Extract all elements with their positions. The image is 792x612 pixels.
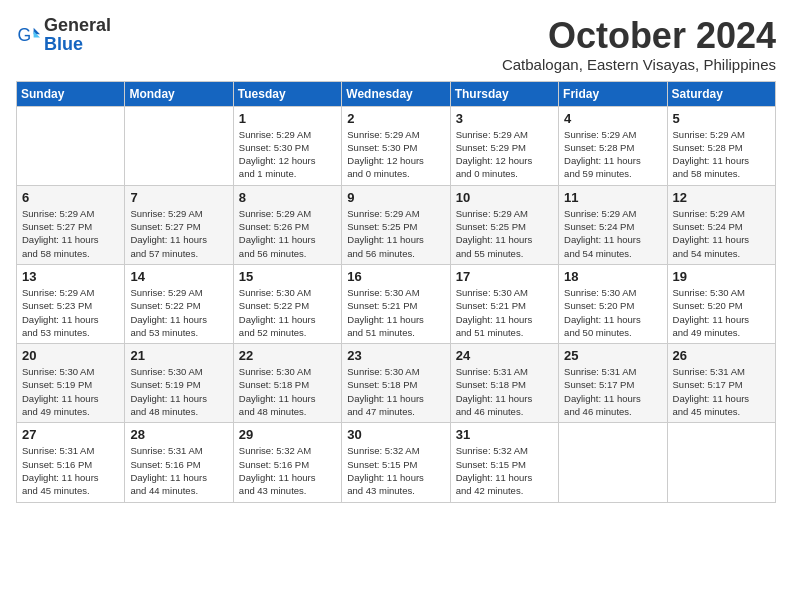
- calendar-cell: 31Sunrise: 5:32 AMSunset: 5:15 PMDayligh…: [450, 423, 558, 502]
- day-info: Sunrise: 5:32 AMSunset: 5:15 PMDaylight:…: [456, 444, 553, 497]
- calendar-cell: 13Sunrise: 5:29 AMSunset: 5:23 PMDayligh…: [17, 264, 125, 343]
- day-number: 12: [673, 190, 770, 205]
- logo: G General Blue: [16, 16, 111, 54]
- calendar-cell: 15Sunrise: 5:30 AMSunset: 5:22 PMDayligh…: [233, 264, 341, 343]
- day-number: 6: [22, 190, 119, 205]
- day-number: 21: [130, 348, 227, 363]
- day-number: 8: [239, 190, 336, 205]
- calendar-cell: 4Sunrise: 5:29 AMSunset: 5:28 PMDaylight…: [559, 106, 667, 185]
- day-number: 5: [673, 111, 770, 126]
- day-number: 27: [22, 427, 119, 442]
- calendar-cell: 30Sunrise: 5:32 AMSunset: 5:15 PMDayligh…: [342, 423, 450, 502]
- day-number: 26: [673, 348, 770, 363]
- calendar-cell: 12Sunrise: 5:29 AMSunset: 5:24 PMDayligh…: [667, 185, 775, 264]
- day-number: 31: [456, 427, 553, 442]
- day-info: Sunrise: 5:31 AMSunset: 5:16 PMDaylight:…: [22, 444, 119, 497]
- day-number: 3: [456, 111, 553, 126]
- day-info: Sunrise: 5:29 AMSunset: 5:24 PMDaylight:…: [564, 207, 661, 260]
- day-number: 29: [239, 427, 336, 442]
- calendar-cell: 24Sunrise: 5:31 AMSunset: 5:18 PMDayligh…: [450, 344, 558, 423]
- day-header-wednesday: Wednesday: [342, 81, 450, 106]
- calendar-cell: 28Sunrise: 5:31 AMSunset: 5:16 PMDayligh…: [125, 423, 233, 502]
- day-number: 30: [347, 427, 444, 442]
- day-header-monday: Monday: [125, 81, 233, 106]
- day-header-friday: Friday: [559, 81, 667, 106]
- logo-text-blue: Blue: [44, 34, 83, 54]
- day-number: 14: [130, 269, 227, 284]
- day-number: 25: [564, 348, 661, 363]
- day-info: Sunrise: 5:29 AMSunset: 5:24 PMDaylight:…: [673, 207, 770, 260]
- day-header-thursday: Thursday: [450, 81, 558, 106]
- calendar-cell: 27Sunrise: 5:31 AMSunset: 5:16 PMDayligh…: [17, 423, 125, 502]
- calendar-table: SundayMondayTuesdayWednesdayThursdayFrid…: [16, 81, 776, 503]
- day-info: Sunrise: 5:29 AMSunset: 5:28 PMDaylight:…: [564, 128, 661, 181]
- calendar-cell: 11Sunrise: 5:29 AMSunset: 5:24 PMDayligh…: [559, 185, 667, 264]
- calendar-cell: 16Sunrise: 5:30 AMSunset: 5:21 PMDayligh…: [342, 264, 450, 343]
- title-section: October 2024 Catbalogan, Eastern Visayas…: [502, 16, 776, 73]
- day-number: 9: [347, 190, 444, 205]
- calendar-cell: 19Sunrise: 5:30 AMSunset: 5:20 PMDayligh…: [667, 264, 775, 343]
- calendar-week-row: 6Sunrise: 5:29 AMSunset: 5:27 PMDaylight…: [17, 185, 776, 264]
- calendar-cell: 14Sunrise: 5:29 AMSunset: 5:22 PMDayligh…: [125, 264, 233, 343]
- calendar-cell: 5Sunrise: 5:29 AMSunset: 5:28 PMDaylight…: [667, 106, 775, 185]
- day-info: Sunrise: 5:30 AMSunset: 5:20 PMDaylight:…: [564, 286, 661, 339]
- day-info: Sunrise: 5:29 AMSunset: 5:25 PMDaylight:…: [456, 207, 553, 260]
- day-number: 1: [239, 111, 336, 126]
- svg-text:G: G: [18, 25, 32, 45]
- calendar-cell: [559, 423, 667, 502]
- calendar-cell: 7Sunrise: 5:29 AMSunset: 5:27 PMDaylight…: [125, 185, 233, 264]
- subtitle: Catbalogan, Eastern Visayas, Philippines: [502, 56, 776, 73]
- day-header-saturday: Saturday: [667, 81, 775, 106]
- day-info: Sunrise: 5:30 AMSunset: 5:21 PMDaylight:…: [347, 286, 444, 339]
- calendar-cell: 1Sunrise: 5:29 AMSunset: 5:30 PMDaylight…: [233, 106, 341, 185]
- logo-text-general: General: [44, 15, 111, 35]
- calendar-week-row: 20Sunrise: 5:30 AMSunset: 5:19 PMDayligh…: [17, 344, 776, 423]
- calendar-cell: 9Sunrise: 5:29 AMSunset: 5:25 PMDaylight…: [342, 185, 450, 264]
- day-info: Sunrise: 5:30 AMSunset: 5:21 PMDaylight:…: [456, 286, 553, 339]
- calendar-cell: 2Sunrise: 5:29 AMSunset: 5:30 PMDaylight…: [342, 106, 450, 185]
- day-number: 10: [456, 190, 553, 205]
- day-info: Sunrise: 5:29 AMSunset: 5:30 PMDaylight:…: [239, 128, 336, 181]
- calendar-cell: 26Sunrise: 5:31 AMSunset: 5:17 PMDayligh…: [667, 344, 775, 423]
- day-number: 13: [22, 269, 119, 284]
- logo-icon: G: [16, 23, 40, 47]
- calendar-week-row: 13Sunrise: 5:29 AMSunset: 5:23 PMDayligh…: [17, 264, 776, 343]
- day-info: Sunrise: 5:31 AMSunset: 5:17 PMDaylight:…: [673, 365, 770, 418]
- calendar-cell: 23Sunrise: 5:30 AMSunset: 5:18 PMDayligh…: [342, 344, 450, 423]
- day-number: 19: [673, 269, 770, 284]
- calendar-cell: 10Sunrise: 5:29 AMSunset: 5:25 PMDayligh…: [450, 185, 558, 264]
- calendar-header-row: SundayMondayTuesdayWednesdayThursdayFrid…: [17, 81, 776, 106]
- day-info: Sunrise: 5:31 AMSunset: 5:18 PMDaylight:…: [456, 365, 553, 418]
- calendar-week-row: 1Sunrise: 5:29 AMSunset: 5:30 PMDaylight…: [17, 106, 776, 185]
- day-info: Sunrise: 5:31 AMSunset: 5:16 PMDaylight:…: [130, 444, 227, 497]
- calendar-cell: 21Sunrise: 5:30 AMSunset: 5:19 PMDayligh…: [125, 344, 233, 423]
- calendar-cell: [17, 106, 125, 185]
- day-info: Sunrise: 5:29 AMSunset: 5:26 PMDaylight:…: [239, 207, 336, 260]
- day-info: Sunrise: 5:29 AMSunset: 5:27 PMDaylight:…: [130, 207, 227, 260]
- day-number: 15: [239, 269, 336, 284]
- calendar-cell: 29Sunrise: 5:32 AMSunset: 5:16 PMDayligh…: [233, 423, 341, 502]
- day-info: Sunrise: 5:29 AMSunset: 5:25 PMDaylight:…: [347, 207, 444, 260]
- calendar-cell: 22Sunrise: 5:30 AMSunset: 5:18 PMDayligh…: [233, 344, 341, 423]
- day-number: 7: [130, 190, 227, 205]
- day-number: 20: [22, 348, 119, 363]
- calendar-cell: 17Sunrise: 5:30 AMSunset: 5:21 PMDayligh…: [450, 264, 558, 343]
- day-info: Sunrise: 5:29 AMSunset: 5:29 PMDaylight:…: [456, 128, 553, 181]
- day-info: Sunrise: 5:29 AMSunset: 5:23 PMDaylight:…: [22, 286, 119, 339]
- day-info: Sunrise: 5:30 AMSunset: 5:19 PMDaylight:…: [130, 365, 227, 418]
- calendar-cell: 25Sunrise: 5:31 AMSunset: 5:17 PMDayligh…: [559, 344, 667, 423]
- day-number: 24: [456, 348, 553, 363]
- day-info: Sunrise: 5:32 AMSunset: 5:16 PMDaylight:…: [239, 444, 336, 497]
- day-info: Sunrise: 5:29 AMSunset: 5:30 PMDaylight:…: [347, 128, 444, 181]
- day-info: Sunrise: 5:30 AMSunset: 5:19 PMDaylight:…: [22, 365, 119, 418]
- calendar-cell: [125, 106, 233, 185]
- day-number: 2: [347, 111, 444, 126]
- calendar-cell: 8Sunrise: 5:29 AMSunset: 5:26 PMDaylight…: [233, 185, 341, 264]
- day-header-tuesday: Tuesday: [233, 81, 341, 106]
- day-info: Sunrise: 5:30 AMSunset: 5:18 PMDaylight:…: [239, 365, 336, 418]
- day-number: 28: [130, 427, 227, 442]
- day-header-sunday: Sunday: [17, 81, 125, 106]
- day-number: 4: [564, 111, 661, 126]
- day-number: 11: [564, 190, 661, 205]
- day-info: Sunrise: 5:29 AMSunset: 5:22 PMDaylight:…: [130, 286, 227, 339]
